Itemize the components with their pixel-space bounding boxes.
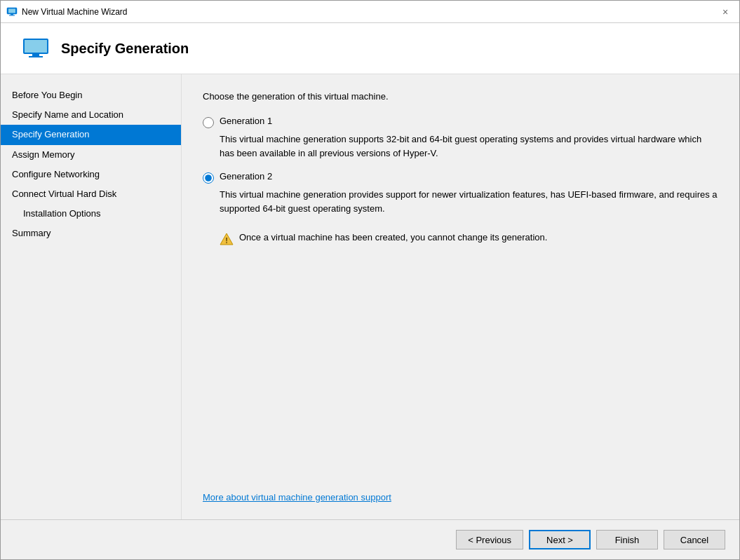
svg-rect-5 xyxy=(25,40,47,53)
sidebar-item-specify-generation[interactable]: Specify Generation xyxy=(1,125,181,144)
gen2-description: This virtual machine generation provides… xyxy=(220,188,718,215)
gen2-radio[interactable] xyxy=(203,172,214,184)
gen1-description: This virtual machine generation supports… xyxy=(220,132,718,160)
main-content: Choose the generation of this virtual ma… xyxy=(182,74,739,519)
page-title: Specify Generation xyxy=(61,41,189,57)
svg-rect-1 xyxy=(8,8,15,13)
sidebar-item-before-you-begin[interactable]: Before You Begin xyxy=(1,86,181,105)
warning-text: Once a virtual machine has been created,… xyxy=(239,232,547,243)
finish-button[interactable]: Finish xyxy=(596,530,658,549)
gen1-label[interactable]: Generation 1 xyxy=(220,116,272,126)
link-area: More about virtual machine generation su… xyxy=(203,471,718,503)
cancel-button[interactable]: Cancel xyxy=(664,530,725,549)
window-title: New Virtual Machine Wizard xyxy=(22,7,128,17)
sidebar-item-summary[interactable]: Summary xyxy=(1,224,181,243)
gen2-option[interactable]: Generation 2 xyxy=(203,171,718,184)
title-bar-left: New Virtual Machine Wizard xyxy=(6,6,128,18)
gen2-label[interactable]: Generation 2 xyxy=(220,171,272,182)
sidebar: Before You BeginSpecify Name and Locatio… xyxy=(1,74,182,519)
svg-rect-3 xyxy=(9,15,15,15)
window-icon xyxy=(6,6,18,18)
sidebar-item-specify-name[interactable]: Specify Name and Location xyxy=(1,105,181,125)
footer: < Previous Next > Finish Cancel xyxy=(1,519,739,559)
close-button[interactable]: × xyxy=(717,4,734,20)
next-button[interactable]: Next > xyxy=(529,530,591,549)
sidebar-item-assign-memory[interactable]: Assign Memory xyxy=(1,145,181,165)
svg-rect-6 xyxy=(32,54,39,56)
warning-box: ! Once a virtual machine has been create… xyxy=(220,232,718,246)
title-bar: New Virtual Machine Wizard × xyxy=(1,1,739,23)
content-area: Before You BeginSpecify Name and Locatio… xyxy=(1,74,739,519)
sidebar-item-installation-options[interactable]: Installation Options xyxy=(1,204,181,224)
intro-text: Choose the generation of this virtual ma… xyxy=(203,91,718,102)
svg-rect-7 xyxy=(29,56,43,57)
svg-text:!: ! xyxy=(225,236,228,245)
header-icon xyxy=(22,37,50,60)
sidebar-item-connect-vhd[interactable]: Connect Virtual Hard Disk xyxy=(1,184,181,204)
gen1-option[interactable]: Generation 1 xyxy=(203,116,718,128)
more-info-link[interactable]: More about virtual machine generation su… xyxy=(203,492,391,503)
sidebar-item-configure-networking[interactable]: Configure Networking xyxy=(1,165,181,184)
main-window: New Virtual Machine Wizard × Specify Gen… xyxy=(0,0,740,560)
svg-rect-2 xyxy=(11,14,13,15)
warning-icon: ! xyxy=(220,232,234,246)
previous-button[interactable]: < Previous xyxy=(456,530,523,549)
wizard-header: Specify Generation xyxy=(1,23,739,74)
gen1-radio[interactable] xyxy=(203,117,214,128)
